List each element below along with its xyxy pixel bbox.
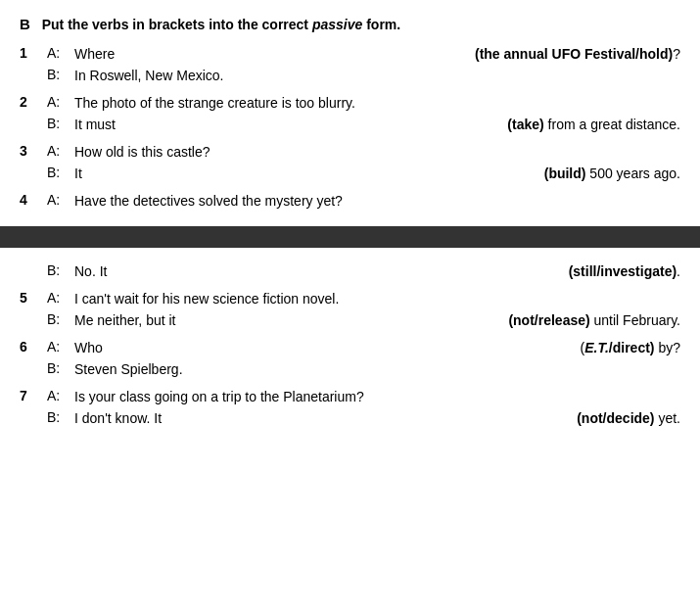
qa-row: B: No. It (still/investigate). <box>20 261 680 283</box>
qa-row: 6 A: Who (E.T./direct) by? <box>20 338 680 359</box>
answer-hint: (still/investigate). <box>436 261 680 282</box>
section-label: B <box>20 16 30 32</box>
speaker-label: A: <box>47 142 74 159</box>
qa-row: B: Me neither, but it (not/release) unti… <box>20 310 680 332</box>
section-header: B Put the verbs in brackets into the cor… <box>0 0 700 44</box>
answer-text: It <box>74 164 436 184</box>
speaker-label: B: <box>47 408 74 425</box>
speaker-label: B: <box>47 164 74 180</box>
speaker-label: B: <box>47 115 74 131</box>
qa-row: 7 A: Is your class going on a trip to th… <box>20 387 680 408</box>
question-text: Is your class going on a trip to the Pla… <box>74 387 436 407</box>
answer-text: Steven Spielberg. <box>74 359 436 380</box>
speaker-label: A: <box>47 191 74 208</box>
item-number: 1 <box>20 44 47 61</box>
item-number: 4 <box>20 191 47 208</box>
item-number-blank <box>20 359 47 360</box>
answer-hint: (E.T./direct) by? <box>436 338 680 358</box>
item-number-blank <box>20 261 47 262</box>
qa-row: 1 A: Where (the annual UFO Festival/hold… <box>20 44 680 66</box>
answer-hint: (not/decide) yet. <box>436 408 680 429</box>
speaker-label: A: <box>47 93 74 110</box>
question-text: How old is this castle? <box>74 142 436 163</box>
item-number: 7 <box>20 387 47 403</box>
qa-row: B: I don't know. It (not/decide) yet. <box>20 408 680 430</box>
speaker-label: A: <box>47 44 74 61</box>
qa-row: 5 A: I can't wait for his new science fi… <box>20 289 680 310</box>
qa-row: B: It (build) 500 years ago. <box>20 164 680 185</box>
speaker-label: A: <box>47 338 74 355</box>
speaker-label: B: <box>47 66 74 82</box>
qa-item-4: 4 A: Have the detectives solved the myst… <box>20 191 680 213</box>
qa-item-7: 7 A: Is your class going on a trip to th… <box>20 387 680 430</box>
answer-hint: (take) from a great distance. <box>436 115 680 135</box>
qa-row: B: Steven Spielberg. <box>20 359 680 381</box>
qa-row: B: In Roswell, New Mexico. <box>20 66 680 87</box>
answer-text: It must <box>74 115 436 135</box>
qa-row: 3 A: How old is this castle? <box>20 142 680 164</box>
qa-item-3: 3 A: How old is this castle? B: It (buil… <box>20 142 680 185</box>
question-text: Where <box>74 44 436 65</box>
speaker-label: A: <box>47 289 74 306</box>
item-number: 6 <box>20 338 47 355</box>
item-number-blank <box>20 164 47 165</box>
item-number-blank <box>20 310 47 311</box>
answer-text: I don't know. It <box>74 408 436 429</box>
qa-item-1: 1 A: Where (the annual UFO Festival/hold… <box>20 44 680 87</box>
speaker-label: B: <box>47 261 74 278</box>
item-number: 3 <box>20 142 47 159</box>
answer-text: No. It <box>74 261 436 282</box>
speaker-label: B: <box>47 310 74 327</box>
question-text: The photo of the strange creature is too… <box>74 93 436 114</box>
instruction-text-plain: Put the verbs in brackets into the corre… <box>42 17 312 32</box>
item-number-blank <box>20 115 47 116</box>
item-number: 2 <box>20 93 47 110</box>
question-text: Who <box>74 338 436 358</box>
answer-hint: (the annual UFO Festival/hold)? <box>436 44 680 65</box>
instruction-italic: passive <box>312 17 362 32</box>
question-text: Have the detectives solved the mystery y… <box>74 191 436 212</box>
speaker-label: B: <box>47 359 74 376</box>
qa-item-6: 6 A: Who (E.T./direct) by? B: Steven Spi… <box>20 338 680 381</box>
speaker-label: A: <box>47 387 74 403</box>
qa-block-bottom: B: No. It (still/investigate). 5 A: I ca… <box>0 261 700 430</box>
section-divider <box>0 226 700 248</box>
question-text: I can't wait for his new science fiction… <box>74 289 436 309</box>
section-instruction: Put the verbs in brackets into the corre… <box>42 17 400 32</box>
instruction-text-end: form. <box>362 17 400 32</box>
answer-text: Me neither, but it <box>74 310 436 331</box>
qa-item-4b: B: No. It (still/investigate). <box>20 261 680 283</box>
qa-item-2: 2 A: The photo of the strange creature i… <box>20 93 680 136</box>
item-number: 5 <box>20 289 47 306</box>
qa-row: 2 A: The photo of the strange creature i… <box>20 93 680 115</box>
qa-row: B: It must (take) from a great distance. <box>20 115 680 136</box>
answer-hint: (build) 500 years ago. <box>436 164 680 184</box>
answer-hint: (not/release) until February. <box>436 310 680 331</box>
answer-text: In Roswell, New Mexico. <box>74 66 436 86</box>
qa-row: 4 A: Have the detectives solved the myst… <box>20 191 680 213</box>
page: B Put the verbs in brackets into the cor… <box>0 0 700 430</box>
qa-item-5: 5 A: I can't wait for his new science fi… <box>20 289 680 332</box>
item-number-blank <box>20 66 47 67</box>
item-number-blank <box>20 408 47 409</box>
qa-block-top: 1 A: Where (the annual UFO Festival/hold… <box>0 44 700 213</box>
